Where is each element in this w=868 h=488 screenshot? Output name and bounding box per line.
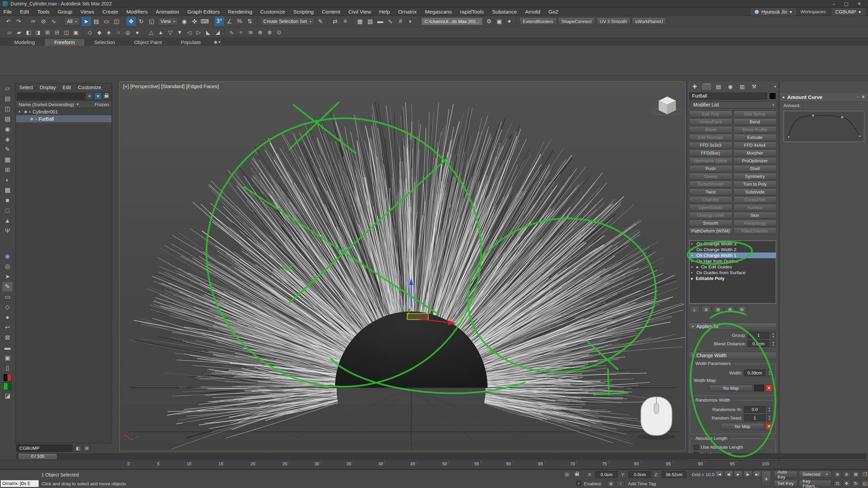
undo-stroke-icon[interactable]: ↩ bbox=[2, 323, 13, 332]
align-icon[interactable]: ≡ bbox=[340, 17, 350, 26]
close-panel-icon[interactable]: ✕ bbox=[862, 95, 865, 99]
modifier-button-creaseset[interactable]: CreaseSet bbox=[733, 196, 777, 203]
card-icon[interactable]: ▯ bbox=[2, 363, 13, 373]
modify-tab[interactable]: ⌒ bbox=[701, 82, 712, 90]
modifier-button-vertexpaint[interactable]: VertexPaint bbox=[689, 118, 732, 125]
modifier-button-edit-poly[interactable]: Edit Poly bbox=[689, 110, 732, 118]
modeling-tool-10-icon[interactable]: ◆ bbox=[95, 28, 104, 37]
modifier-button-turn-to-poly[interactable]: Turn to Poly bbox=[733, 181, 777, 188]
map-slot-button[interactable] bbox=[754, 385, 764, 391]
applies-to-rollout[interactable]: ▾ Applies To bbox=[689, 323, 777, 330]
random-seed-field[interactable]: 1 bbox=[744, 414, 766, 421]
modeling-tool-24-icon[interactable]: ≈ bbox=[237, 28, 245, 37]
object-name-field[interactable]: FurBall bbox=[689, 93, 767, 100]
mirror-icon[interactable]: ⇄ bbox=[330, 17, 340, 26]
menu-scripting[interactable]: Scripting bbox=[293, 9, 314, 15]
rect-selection-region-icon[interactable]: ▭ bbox=[102, 17, 111, 26]
modifier-button-pathdeform-wsm-[interactable]: PathDeform (WSM) bbox=[689, 227, 732, 235]
menu-help[interactable]: Help bbox=[379, 9, 390, 15]
pencil-icon[interactable]: ✎ bbox=[2, 145, 13, 154]
modifier-button-extrude[interactable]: Extrude bbox=[733, 134, 777, 141]
use-pivot-point-icon[interactable]: ◉ bbox=[180, 17, 189, 26]
menu-rapidtools[interactable]: rapidTools bbox=[460, 9, 484, 15]
modeling-tool-27-icon[interactable]: ⊗ bbox=[265, 28, 274, 37]
menu-goz[interactable]: GoZ bbox=[548, 9, 558, 15]
edit-set-icon[interactable]: ⊞ bbox=[83, 445, 91, 452]
stack-item-ox-guides-from-surface[interactable]: ●Ox Guides from Surface bbox=[690, 270, 776, 276]
modeling-tool-8-icon[interactable]: ▣ bbox=[72, 28, 80, 37]
frozen-column-header[interactable]: Frozen bbox=[95, 102, 109, 107]
modifier-button-surface[interactable]: Surface bbox=[733, 204, 777, 211]
named-selection-sets-dropdown[interactable]: Create Selection Set▾ bbox=[260, 17, 314, 25]
modifier-button-twist[interactable]: Twist bbox=[689, 188, 732, 196]
pan-icon[interactable]: ✥ bbox=[843, 480, 851, 487]
modeling-tool-17-icon[interactable]: ▽ bbox=[166, 28, 175, 37]
motion-tab[interactable]: ◉ bbox=[725, 82, 736, 90]
go-to-start-button[interactable]: |◀ bbox=[715, 471, 724, 478]
isolate-selection-icon[interactable]: ◎ bbox=[563, 471, 571, 478]
rendered-frame-icon[interactable]: ▣ bbox=[494, 17, 504, 26]
filter-funnel-icon[interactable]: ▼ bbox=[94, 93, 102, 100]
modifier-button-morpher[interactable]: Morpher bbox=[733, 149, 777, 157]
keyboard-override-icon[interactable]: ⌨ bbox=[200, 17, 210, 26]
menu-file[interactable]: File bbox=[3, 9, 12, 15]
modeling-tool-3-icon[interactable]: ◧ bbox=[24, 28, 33, 37]
play-button[interactable]: ▶ bbox=[734, 471, 743, 478]
snaps-toggle-icon[interactable]: 3° bbox=[215, 17, 224, 26]
explorer-menu-edit[interactable]: Edit bbox=[63, 85, 71, 90]
modeling-tool-16-icon[interactable]: ▲ bbox=[156, 28, 165, 37]
render-setup-icon[interactable]: ⚙ bbox=[484, 17, 494, 26]
named-selection-set-field[interactable]: CGBUMP bbox=[16, 445, 73, 452]
stamp-icon[interactable]: ▣ bbox=[2, 353, 13, 363]
foreground-background-swatch[interactable] bbox=[3, 374, 12, 381]
brush-tool-icon[interactable]: ✎ bbox=[2, 282, 13, 291]
remove-randomize-map-button[interactable]: ✕ bbox=[766, 423, 772, 430]
modifier-button-turbosmooth[interactable]: TurboSmooth bbox=[689, 181, 732, 188]
create-tab[interactable]: ✚ bbox=[689, 82, 700, 90]
utilities-tab[interactable]: ⚒ bbox=[749, 82, 760, 90]
modeling-tool-2-icon[interactable]: ▰ bbox=[15, 28, 23, 37]
blend-distance-spinner[interactable]: ▴▾ bbox=[771, 340, 775, 347]
modeling-tool-23-icon[interactable]: ∿ bbox=[227, 28, 236, 37]
modeling-tool-13-icon[interactable]: ◎ bbox=[123, 28, 132, 37]
menu-graph-editors[interactable]: Graph Editors bbox=[187, 9, 220, 15]
menu-edit[interactable]: Edit bbox=[20, 9, 29, 15]
orbit-icon[interactable]: ↻ bbox=[852, 480, 860, 487]
menu-group[interactable]: Group bbox=[58, 9, 72, 15]
percent-snap-icon[interactable]: % bbox=[235, 17, 244, 26]
modifier-button-bevel-profile[interactable]: Bevel Profile bbox=[733, 126, 777, 133]
menu-rendering[interactable]: Rendering bbox=[228, 9, 252, 15]
user-account-button[interactable]: Hyunsuk Jin ▾ bbox=[751, 8, 795, 15]
modifier-button-subdivide[interactable]: Subdivide bbox=[733, 188, 777, 196]
modifier-list-dropdown[interactable]: Modifier List ▾ bbox=[690, 101, 777, 108]
time-tag-enabled-checkbox[interactable]: ✓ bbox=[576, 481, 581, 486]
auto-key-button[interactable]: Auto Key bbox=[774, 471, 797, 478]
solid-square-icon[interactable]: ■ bbox=[2, 196, 13, 205]
modeling-tool-22-icon[interactable]: ◢ bbox=[213, 28, 222, 37]
select-and-link-icon[interactable]: ∞ bbox=[28, 17, 38, 26]
ribbon-tab-freeform[interactable]: Freeform bbox=[44, 38, 85, 46]
panel-options-chevron-icon[interactable]: ▾ bbox=[774, 84, 776, 89]
explorer-menu-display[interactable]: Display bbox=[40, 85, 56, 90]
ribbon-tab-modeling[interactable]: Modeling bbox=[5, 38, 44, 46]
group-spinner[interactable]: ▴▾ bbox=[771, 332, 775, 339]
key-filters-button[interactable]: Key Filters... bbox=[799, 480, 831, 487]
modeling-tool-25-icon[interactable]: ≋ bbox=[246, 28, 255, 37]
stack-item-ox-change-width-1[interactable]: ●Ox Change Width 1 bbox=[690, 252, 776, 258]
zoom-region-icon[interactable]: ⊡ bbox=[833, 480, 842, 487]
modifier-button-bend[interactable]: Bend bbox=[733, 118, 777, 125]
modeling-tool-12-icon[interactable]: ○ bbox=[114, 28, 123, 37]
set-key-button[interactable]: Set Key bbox=[774, 480, 797, 487]
modifier-bulb-icon[interactable]: ● bbox=[691, 260, 695, 263]
perspective-viewport[interactable]: [+] [Perspective] [Standard] [Edged Face… bbox=[119, 81, 686, 451]
ribbon-options-dropdown[interactable]: ◉ ▾ bbox=[210, 38, 224, 46]
redo-icon[interactable]: ↷ bbox=[14, 17, 23, 26]
point-tool-icon[interactable]: ● bbox=[2, 312, 13, 322]
menu-content[interactable]: Content bbox=[322, 9, 340, 15]
stack-item-ox-edit-guides[interactable]: ●▶Ox Edit Guides bbox=[690, 264, 776, 270]
expand-arrow-icon[interactable]: ▼ bbox=[18, 110, 22, 114]
modeling-tool-15-icon[interactable]: △ bbox=[147, 28, 156, 37]
stack-item-editable-poly[interactable]: ▶Editable Poly bbox=[690, 276, 776, 281]
workspace-dropdown[interactable]: CGBUMP ▾ bbox=[832, 8, 865, 15]
ribbon-tab-populate[interactable]: Populate bbox=[171, 38, 210, 46]
